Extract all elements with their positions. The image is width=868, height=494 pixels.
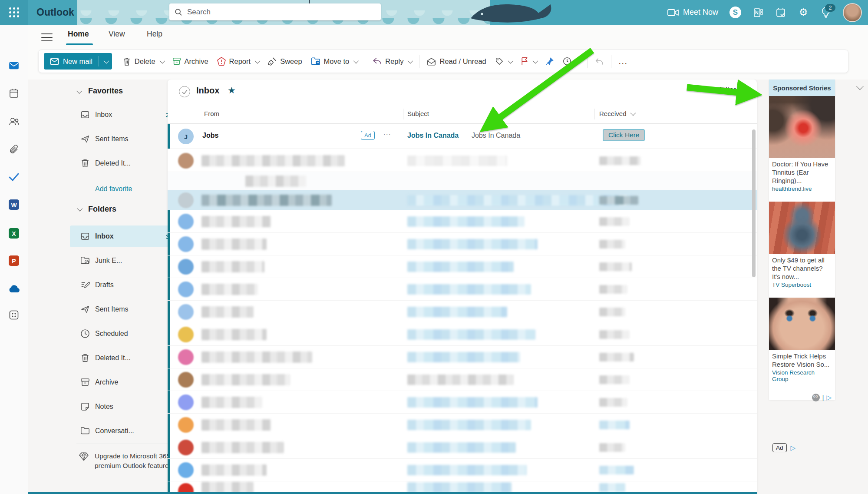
adchoices-icon[interactable]: ▷ [826, 394, 832, 401]
email-row[interactable] [168, 149, 757, 172]
settings-gear-icon[interactable]: ⚙ [798, 7, 809, 18]
tab-home[interactable]: Home [68, 30, 89, 39]
sponsored-ad[interactable]: Only $49 to get all the TV channels? It'… [769, 202, 835, 292]
rail-onedrive-icon[interactable] [8, 283, 20, 295]
read-unread-button[interactable]: Read / Unread [422, 53, 490, 70]
tab-view[interactable]: View [109, 30, 125, 39]
reply-button[interactable]: Reply [368, 53, 416, 70]
favorite-star-icon[interactable]: ★ [228, 85, 236, 96]
app-title: Outlook [36, 0, 74, 25]
folder-icon [80, 329, 90, 338]
email-row[interactable] [168, 323, 757, 346]
sponsored-email-row[interactable]: J Jobs Ad ... Jobs In Canada Jobs In Can… [168, 124, 757, 149]
column-from[interactable]: From [204, 110, 219, 117]
email-row[interactable] [168, 414, 757, 436]
ad-source-link[interactable]: healthtrend.live [769, 185, 835, 196]
email-row[interactable] [168, 436, 757, 459]
sender-avatar [178, 236, 194, 252]
email-row[interactable] [168, 459, 757, 481]
meet-now-label: Meet Now [683, 8, 718, 17]
email-row[interactable] [168, 278, 757, 301]
reply-label: Reply [385, 57, 403, 66]
ad-source-link[interactable]: Vision Research Group [769, 368, 835, 387]
folders-section-header[interactable]: Folders [76, 205, 116, 214]
list-title: Inbox [196, 86, 219, 96]
hamburger-menu-icon[interactable] [41, 33, 53, 42]
email-row[interactable] [168, 346, 757, 368]
redacted-sender [201, 419, 271, 431]
email-row[interactable] [168, 255, 757, 278]
account-avatar[interactable] [843, 3, 862, 22]
favorites-section-header[interactable]: Favorites [76, 86, 123, 96]
rail-word-icon[interactable]: W [8, 199, 20, 211]
rail-todo-check-icon[interactable] [8, 171, 20, 183]
email-row[interactable] [168, 391, 757, 414]
tips-lightbulb-icon[interactable]: 2 [820, 7, 832, 18]
redacted-subject [407, 284, 531, 295]
unread-indicator-bar [168, 436, 170, 458]
redacted-sender [201, 306, 254, 318]
flag-button[interactable] [516, 53, 541, 70]
new-mail-dropdown[interactable] [99, 53, 112, 70]
rail-more-apps-icon[interactable] [8, 309, 20, 321]
redacted-sender [201, 482, 254, 493]
email-row[interactable] [168, 190, 757, 210]
sender-avatar [178, 440, 194, 455]
select-all-checkbox[interactable] [179, 86, 190, 97]
redacted-sender [201, 374, 290, 385]
sponsored-ad[interactable]: Simple Trick Helps Restore Vision So... … [769, 298, 835, 387]
email-row[interactable] [168, 368, 757, 391]
move-to-button[interactable]: Move to [307, 53, 362, 70]
adchoices-icon[interactable]: ▷ [791, 444, 796, 452]
rail-excel-icon[interactable]: X [8, 227, 20, 239]
folder-icon [80, 378, 90, 387]
search-bar[interactable] [169, 3, 381, 20]
todo-icon[interactable] [775, 7, 786, 18]
rail-powerpoint-icon[interactable]: P [8, 255, 20, 267]
app-launcher-button[interactable] [0, 0, 28, 25]
list-scrollbar[interactable] [752, 129, 756, 277]
new-mail-button[interactable]: New mail [44, 53, 112, 70]
pin-button[interactable] [541, 53, 558, 70]
sweep-button[interactable]: Sweep [263, 53, 306, 70]
snooze-button[interactable] [558, 53, 584, 70]
filter-button[interactable]: Filter [706, 86, 736, 94]
rail-people-icon[interactable] [8, 116, 20, 128]
click-here-button[interactable]: Click Here [603, 129, 645, 141]
sponsored-ad[interactable]: Doctor: If You Have Tinnitus (Ear Ringin… [769, 96, 835, 196]
skype-icon[interactable]: S [729, 7, 741, 18]
more-options-button[interactable]: ... [614, 57, 632, 66]
ad-source-link[interactable]: TV Superboost [769, 281, 835, 292]
search-input[interactable] [186, 7, 376, 17]
rail-calendar-icon[interactable] [8, 87, 20, 99]
email-row[interactable] [168, 481, 757, 493]
report-button[interactable]: Report [213, 53, 264, 70]
redacted-date [599, 483, 625, 492]
tab-help[interactable]: Help [147, 30, 162, 39]
redacted-sender [201, 329, 267, 340]
delete-label: Delete [135, 57, 155, 66]
email-row[interactable] [168, 210, 757, 233]
rail-attachments-icon[interactable] [8, 143, 20, 156]
meet-now-button[interactable]: Meet Now [667, 8, 718, 17]
delete-button[interactable]: Delete [118, 53, 168, 70]
onenote-feed-icon[interactable] [752, 7, 764, 18]
email-row[interactable] [168, 172, 757, 190]
tag-icon [495, 57, 504, 66]
ad-title: Simple Trick Helps Restore Vision So... [769, 350, 835, 368]
ad-more-options[interactable]: ... [383, 129, 391, 137]
sponsored-header: Sponsored Stories [769, 80, 835, 96]
redacted-sender [201, 351, 312, 363]
email-row[interactable] [168, 301, 757, 323]
ad-feedback-icon[interactable] [812, 394, 820, 401]
column-received-sort[interactable]: Received [599, 110, 634, 117]
email-row[interactable] [168, 233, 757, 255]
folder-label: Scheduled [95, 330, 128, 338]
column-subject[interactable]: Subject [407, 110, 429, 117]
add-favorite-link[interactable]: Add favorite [95, 185, 132, 193]
archive-button[interactable]: Archive [168, 53, 213, 70]
undo-button[interactable] [591, 53, 608, 70]
categorize-button[interactable] [491, 53, 516, 70]
collapse-ribbon-chevron[interactable] [856, 83, 862, 91]
rail-mail-icon[interactable] [8, 60, 20, 72]
